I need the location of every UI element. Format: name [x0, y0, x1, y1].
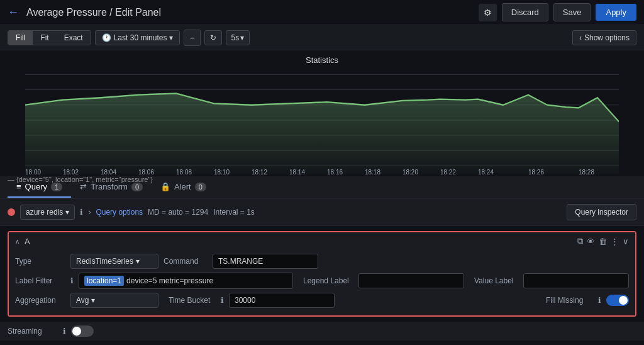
svg-marker-14: [25, 93, 619, 174]
svg-text:18:24: 18:24: [478, 167, 494, 174]
time-range-label: Last 30 minutes: [114, 33, 167, 42]
chart-container: Statistics 85 80 75 70 65 60 55: [0, 50, 644, 176]
exact-button[interactable]: Exact: [57, 31, 91, 45]
aggregation-select[interactable]: Avg ▾: [70, 293, 158, 308]
aggregation-row: Aggregation Avg ▾ Time Bucket ℹ Fill Mis…: [15, 293, 629, 308]
refresh-button[interactable]: ↻: [204, 30, 222, 45]
query-panel-header: ∧ A ⧉ 👁 🗑 ⋮ ∨: [9, 232, 635, 250]
svg-text:18:16: 18:16: [327, 167, 343, 174]
label-filter-row: Label Filter ℹ location=1 device=5 metri…: [15, 273, 629, 289]
header-actions: ⚙ Discard Save Apply: [479, 3, 636, 21]
save-button[interactable]: Save: [553, 3, 591, 21]
delete-icon[interactable]: 🗑: [599, 237, 607, 246]
streaming-toggle[interactable]: [71, 325, 94, 337]
aggregation-value: Avg: [76, 296, 89, 305]
aggregation-label: Aggregation: [15, 296, 65, 305]
legend-label-input[interactable]: [358, 273, 464, 288]
copy-icon[interactable]: ⧉: [577, 236, 583, 246]
datasource-row: azure redis ▾ ℹ › Query options MD = aut…: [0, 199, 644, 226]
svg-text:18:04: 18:04: [101, 167, 116, 174]
breadcrumb-sep: ›: [88, 208, 91, 217]
streaming-info-icon[interactable]: ℹ: [63, 327, 66, 336]
interval-chevron: ▾: [240, 33, 244, 42]
svg-text:18:00: 18:00: [25, 167, 41, 174]
svg-text:18:18: 18:18: [365, 167, 380, 174]
svg-text:18:06: 18:06: [138, 167, 154, 174]
command-label: Command: [164, 257, 208, 266]
value-label-input[interactable]: [523, 273, 629, 288]
query-meta-md: MD = auto = 1294: [148, 208, 208, 217]
more-icon[interactable]: ⋮: [611, 237, 619, 246]
label-filter-rest: device=5 metric=pressure: [126, 276, 213, 285]
datasource-info-icon[interactable]: ℹ: [80, 208, 83, 217]
header: ← Average Pressure / Edit Panel ⚙ Discar…: [0, 0, 644, 25]
chart-inner: 85 80 75 70 65 60 55 18:00 18:02 18:04 1…: [0, 67, 644, 174]
show-options-button[interactable]: ‹ Show options: [572, 30, 636, 45]
apply-button[interactable]: Apply: [596, 4, 636, 21]
query-fields: Type RedisTimeSeries ▾ Command Label Fil…: [9, 250, 635, 315]
clock-icon: 🕐: [102, 33, 111, 42]
chart-title: Statistics: [0, 55, 644, 65]
toolbar: Fill Fit Exact 🕐 Last 30 minutes ▾ − ↻ 5…: [0, 25, 644, 50]
interval-button[interactable]: 5s ▾: [226, 30, 250, 45]
display-mode-group: Fill Fit Exact: [8, 30, 91, 45]
label-filter-label: Label Filter: [15, 276, 65, 285]
type-command-row: Type RedisTimeSeries ▾ Command: [15, 254, 629, 269]
streaming-label: Streaming: [8, 327, 58, 336]
datasource-name: azure redis: [26, 208, 63, 217]
type-label: Type: [15, 257, 65, 266]
label-filter-highlight: location=1: [84, 276, 124, 286]
command-input[interactable]: [213, 254, 318, 269]
type-value: RedisTimeSeries: [76, 257, 133, 266]
type-select[interactable]: RedisTimeSeries ▾: [70, 254, 158, 269]
svg-text:18:26: 18:26: [528, 167, 544, 174]
settings-button[interactable]: ⚙: [479, 4, 497, 21]
query-options-link[interactable]: Query options: [96, 208, 143, 217]
label-filter-input-container[interactable]: location=1 device=5 metric=pressure: [79, 273, 293, 289]
datasource-chevron: ▾: [65, 208, 69, 217]
svg-text:18:20: 18:20: [402, 167, 418, 174]
show-options-label: Show options: [584, 33, 630, 42]
hide-icon[interactable]: 👁: [587, 237, 595, 246]
time-range-button[interactable]: 🕐 Last 30 minutes ▾: [95, 30, 180, 45]
query-panel-actions: ⧉ 👁 🗑 ⋮ ∨: [577, 236, 629, 246]
value-label-label: Value Label: [474, 276, 518, 285]
discard-button[interactable]: Discard: [502, 3, 548, 21]
query-a-panel: ∧ A ⧉ 👁 🗑 ⋮ ∨ Type RedisTimeSeries ▾ Com…: [8, 231, 636, 317]
chevron-left-icon: ‹: [579, 33, 582, 42]
zoom-out-button[interactable]: −: [184, 30, 200, 46]
datasource-indicator: [8, 208, 15, 216]
query-inspector-button[interactable]: Query inspector: [567, 204, 636, 220]
interval-value: 5s: [231, 33, 240, 42]
query-meta-interval: Interval = 1s: [213, 208, 255, 217]
time-bucket-info-icon[interactable]: ℹ: [221, 296, 224, 305]
fill-button[interactable]: Fill: [8, 31, 33, 45]
fill-missing-toggle[interactable]: [606, 295, 629, 306]
time-range-chevron: ▾: [169, 33, 173, 42]
streaming-row: Streaming ℹ: [0, 322, 644, 341]
chart-svg: 85 80 75 70 65 60 55 18:00 18:02 18:04 1…: [25, 67, 619, 174]
fill-missing-info-icon[interactable]: ℹ: [598, 296, 601, 305]
expand-icon[interactable]: ∨: [623, 237, 629, 246]
type-chevron: ▾: [136, 257, 140, 266]
collapse-icon[interactable]: ∧: [15, 238, 19, 245]
fit-button[interactable]: Fit: [33, 31, 56, 45]
datasource-select[interactable]: azure redis ▾: [20, 205, 75, 220]
label-filter-info-icon[interactable]: ℹ: [70, 276, 74, 285]
page-title: Average Pressure / Edit Panel: [26, 7, 479, 18]
svg-text:18:10: 18:10: [214, 167, 230, 174]
time-bucket-input[interactable]: [229, 293, 335, 308]
svg-text:18:02: 18:02: [63, 167, 79, 174]
svg-text:18:14: 18:14: [289, 167, 305, 174]
svg-text:18:12: 18:12: [252, 167, 267, 174]
svg-text:18:22: 18:22: [440, 167, 456, 174]
time-bucket-label: Time Bucket: [169, 296, 216, 305]
svg-text:18:08: 18:08: [176, 167, 192, 174]
fill-missing-label: Fill Missing: [546, 296, 593, 305]
chart-legend: — {device="5", location="1", metric="pre…: [0, 174, 644, 184]
svg-text:18:28: 18:28: [579, 167, 594, 174]
legend-label-label: Legend Label: [303, 276, 353, 285]
query-name: A: [25, 237, 30, 246]
back-button[interactable]: ←: [8, 6, 19, 19]
aggregation-chevron: ▾: [91, 296, 95, 305]
